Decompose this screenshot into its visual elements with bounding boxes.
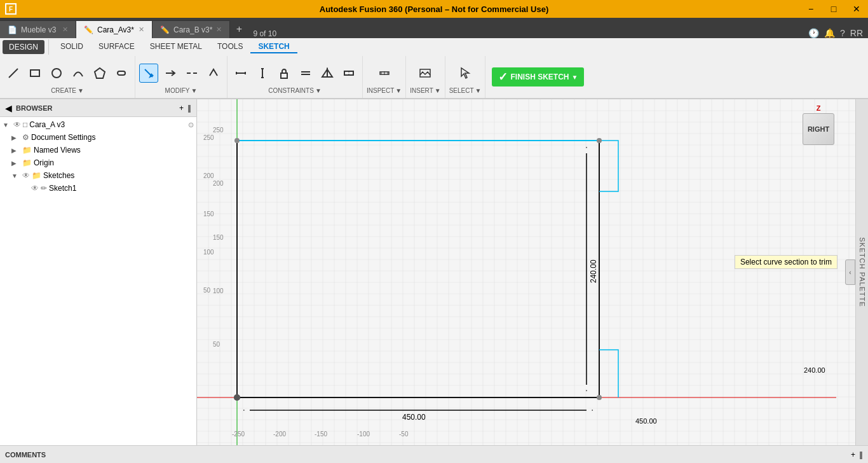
expand-sketches[interactable]: ▼ [11, 172, 20, 179]
new-tab-button[interactable]: + [230, 20, 248, 38]
main-layout: ◀ BROWSER + ‖ ▼ 👁 □ Cara_A v3 ⊙ ▶ ⚙ Docu… [0, 99, 868, 445]
named-views-icon: 📁 [22, 146, 32, 155]
browser-item-cara-a-v3[interactable]: ▼ 👁 □ Cara_A v3 ⊙ [0, 118, 196, 131]
slot-tool[interactable] [112, 64, 131, 83]
origin-label: Origin [34, 158, 194, 167]
comments-bar: COMMENTS + ‖ [0, 445, 868, 463]
expand-cara-a-v3[interactable]: ▼ [3, 121, 11, 128]
svg-rect-4 [118, 71, 125, 75]
insert-image[interactable] [416, 64, 435, 83]
line-tool[interactable] [4, 64, 23, 83]
cara-a-icon: □ [23, 120, 27, 129]
tab-sketch[interactable]: SKETCH [250, 41, 297, 53]
user-icon[interactable]: RR [850, 28, 863, 38]
scale-x-n100: -100 [357, 431, 370, 438]
symmetry-constraint[interactable] [318, 64, 337, 83]
circle-tool[interactable] [47, 64, 66, 83]
tab-mueble[interactable]: 📄 Mueble v3 ✕ [0, 20, 76, 38]
sidebar: ◀ BROWSER + ‖ ▼ 👁 □ Cara_A v3 ⊙ ▶ ⚙ Docu… [0, 99, 197, 445]
expand-doc-settings[interactable]: ▶ [11, 134, 20, 141]
browser-item-named-views[interactable]: ▶ 📁 Named Views [0, 144, 196, 156]
tab-cara-av3[interactable]: ✏️ Cara_Av3* ✕ [76, 20, 153, 38]
scale-y-200: 200 [203, 172, 214, 179]
sketches-visibility[interactable]: 👁 [22, 171, 30, 180]
app-icon: F [5, 3, 17, 15]
browser-collapse-icon[interactable]: ‖ [187, 104, 191, 113]
comments-add-icon[interactable]: + [851, 450, 855, 459]
trim-tool[interactable] [139, 64, 158, 83]
checkmark-icon: ✓ [498, 70, 508, 84]
expand-origin[interactable]: ▶ [11, 160, 20, 167]
constraints-arrow: ▼ [315, 87, 322, 94]
select-arrow: ▼ [475, 87, 482, 94]
tab-close-cara-av3[interactable]: ✕ [139, 25, 144, 34]
visibility-icon[interactable]: 👁 [13, 120, 21, 129]
tab-label: Cara_B v3* [173, 25, 212, 34]
lock-constraint[interactable] [275, 64, 294, 83]
scale-x-n250: -250 [232, 431, 245, 438]
measure-tool[interactable] [375, 64, 394, 83]
create-arrow: ▼ [78, 87, 84, 94]
view-cube-box[interactable]: RIGHT [803, 113, 834, 145]
tab-icon: 📄 [8, 25, 17, 34]
doc-settings-label: Document Settings [31, 133, 194, 142]
constraints-icons [231, 59, 358, 87]
expand-named-views[interactable]: ▶ [11, 147, 20, 154]
vertical-constraint[interactable] [253, 64, 272, 83]
tab-solid[interactable]: SOLID [53, 41, 91, 53]
sketch-palette[interactable]: SKETCH PALETTE [855, 99, 868, 445]
maximize-button[interactable]: □ [822, 0, 845, 18]
svg-marker-17 [322, 69, 327, 77]
browser-expand-icon[interactable]: ◀ [5, 103, 12, 113]
polygon-tool[interactable] [90, 64, 109, 83]
insert-label: INSERT ▼ [410, 87, 440, 95]
clock-icon[interactable]: 🕐 [808, 28, 819, 38]
browser-item-doc-settings[interactable]: ▶ ⚙ Document Settings [0, 131, 196, 144]
inspect-icons [375, 59, 394, 87]
rectangle-tool[interactable] [25, 64, 44, 83]
arc-tool[interactable] [69, 64, 88, 83]
help-icon[interactable]: ? [840, 28, 845, 38]
z-axis-label: Z [817, 104, 821, 112]
offset-tool[interactable] [204, 64, 223, 83]
minimize-button[interactable]: − [799, 0, 822, 18]
notification-icon[interactable]: 🔔 [824, 28, 835, 38]
window-controls[interactable]: − □ ✕ [799, 0, 868, 18]
select-tool[interactable] [456, 64, 475, 83]
svg-marker-18 [327, 69, 332, 77]
named-views-label: Named Views [34, 146, 194, 155]
modify-label: MODIFY ▼ [165, 87, 198, 95]
sketch1-label: Sketch1 [49, 184, 194, 193]
tab-surface[interactable]: SURFACE [91, 41, 142, 53]
design-button[interactable]: DESIGN [3, 40, 44, 54]
tab-close-mueble[interactable]: ✕ [62, 25, 68, 34]
extend-tool[interactable] [161, 64, 180, 83]
tab-right-icons: 🕐 🔔 ? RR [803, 28, 868, 38]
canvas-area[interactable]: Z RIGHT Select curve section to trim 450… [197, 99, 855, 445]
sketch1-icon: ✏ [41, 184, 47, 193]
tab-cara-bv3[interactable]: ✏️ Cara_B v3* ✕ [153, 20, 230, 38]
tab-tools[interactable]: TOOLS [210, 41, 250, 53]
browser-item-sketch1[interactable]: 👁 ✏ Sketch1 [0, 182, 196, 195]
toolbar-separator [48, 39, 49, 55]
comments-collapse-icon[interactable]: ‖ [859, 450, 863, 459]
modify-section: MODIFY ▼ [135, 56, 227, 98]
browser-add-icon[interactable]: + [179, 104, 184, 113]
finish-sketch-button[interactable]: ✓ FINISH SKETCH ▼ [492, 67, 584, 86]
origin-icon: 📁 [22, 158, 32, 167]
tab-sheet-metal[interactable]: SHEET METAL [142, 41, 210, 53]
break-tool[interactable] [182, 64, 201, 83]
browser-item-sketches[interactable]: ▼ 👁 📁 Sketches [0, 169, 196, 182]
svg-marker-26 [461, 68, 469, 78]
tab-close-cara-bv3[interactable]: ✕ [216, 25, 222, 34]
horizontal-constraint[interactable] [231, 64, 250, 83]
midpoint-constraint[interactable] [339, 64, 358, 83]
cara-a-label: Cara_A v3 [29, 120, 186, 129]
right-panel-toggle[interactable]: ‹ [845, 259, 855, 285]
sketch1-visibility[interactable]: 👁 [31, 184, 39, 193]
settings-icon[interactable]: ⊙ [188, 121, 194, 129]
close-button[interactable]: ✕ [845, 0, 868, 18]
browser-item-origin[interactable]: ▶ 📁 Origin [0, 156, 196, 169]
finish-sketch-arrow: ▼ [571, 74, 578, 81]
equal-constraint[interactable] [296, 64, 315, 83]
